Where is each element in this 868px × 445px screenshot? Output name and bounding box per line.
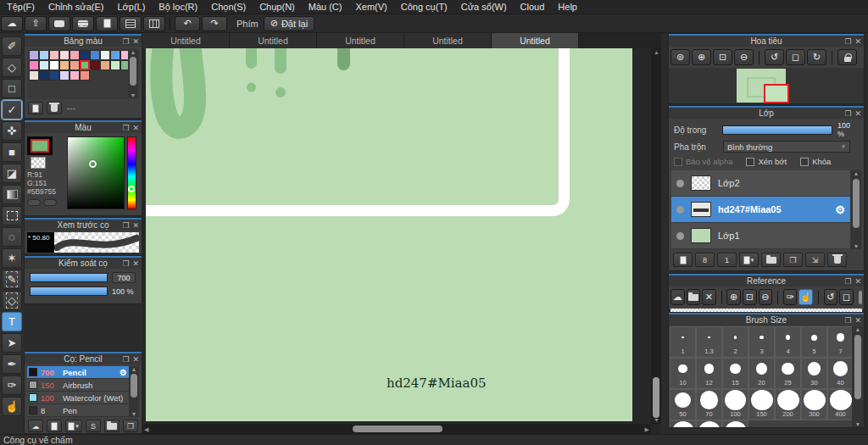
brush-size-cell[interactable]: 150 <box>748 389 775 420</box>
navigator-viewport-rect[interactable] <box>764 84 789 103</box>
scroll-right-icon[interactable]: ▶ <box>645 426 649 433</box>
brush-add-menu-button[interactable]: ▼ <box>65 420 82 432</box>
comment-button[interactable] <box>48 16 70 31</box>
color-swatch[interactable] <box>80 70 90 81</box>
brush-size-cell[interactable]: 15 <box>722 358 748 389</box>
brush-duplicate-button[interactable]: ❐ <box>123 420 138 432</box>
transparent-swatch[interactable] <box>31 157 46 169</box>
popup-icon[interactable]: ❐ <box>122 36 129 47</box>
document-tab-1[interactable]: Untitled <box>142 33 230 48</box>
move-tool[interactable]: ✜ <box>2 121 22 141</box>
delete-color-button[interactable] <box>47 102 62 114</box>
close-icon[interactable]: ✕ <box>132 354 139 365</box>
lock-checkbox[interactable] <box>800 158 809 166</box>
scroll-left-icon[interactable]: ◀ <box>144 426 148 433</box>
color-swatch[interactable] <box>90 50 100 60</box>
ref-eyedropper-button[interactable]: ✑ <box>783 289 798 305</box>
scroll-down-icon[interactable]: ▼ <box>851 243 861 249</box>
zoom-in-button[interactable]: ⊕ <box>692 49 711 65</box>
menu-item-12[interactable]: Help <box>551 2 584 12</box>
brush-size-cell[interactable]: 12 <box>696 358 722 389</box>
gear-icon[interactable]: ⚙ <box>120 368 127 377</box>
close-icon[interactable]: ✕ <box>132 123 139 134</box>
brush-row-watercolor[interactable]: 100 Watercolor (Wet) <box>27 392 129 404</box>
popup-icon[interactable]: ❐ <box>844 315 851 326</box>
brush-size-cell[interactable]: 70 <box>696 389 722 420</box>
scroll-up-icon[interactable]: ▲ <box>129 366 139 372</box>
brush-size-cell[interactable]: 10 <box>670 358 696 389</box>
close-icon[interactable]: ✕ <box>132 36 139 47</box>
fit-screen-button[interactable]: ⊡ <box>713 49 732 65</box>
brush-size-cell[interactable]: 3 <box>748 326 775 358</box>
gear-icon[interactable]: ⚙ <box>835 203 845 216</box>
color-swatch[interactable] <box>39 60 49 70</box>
color-swatch[interactable] <box>90 60 100 70</box>
eraser-tool[interactable]: ◇ <box>2 58 22 77</box>
add-1bit-layer-button[interactable]: 1 <box>717 253 737 267</box>
scroll-up-icon[interactable]: ▲ <box>654 49 659 55</box>
popup-icon[interactable]: ❐ <box>844 108 851 120</box>
popup-icon[interactable]: ❐ <box>122 123 129 134</box>
color-swatch[interactable] <box>80 60 90 70</box>
add-8bit-layer-button[interactable]: 8 <box>695 253 715 267</box>
material-panel-button[interactable] <box>143 16 165 31</box>
upload-button[interactable]: ⇧ <box>25 16 47 31</box>
shape-brush-tool[interactable]: □ <box>2 79 22 98</box>
document-tab-5[interactable]: Untitled <box>492 33 579 48</box>
layer-opacity-slider[interactable] <box>722 125 832 135</box>
brush-size-scrollbar[interactable]: ▲ ▼ <box>852 326 864 427</box>
brush-size-cell[interactable]: 7 <box>827 326 854 358</box>
close-icon[interactable]: ✕ <box>854 315 861 326</box>
color-swatch[interactable] <box>70 70 80 81</box>
add-layer-menu-button[interactable]: ▼ <box>739 253 759 267</box>
scroll-down-icon[interactable]: ▼ <box>129 411 139 417</box>
menu-item-4[interactable]: Bộ lọc(R) <box>152 2 204 12</box>
color-swatch[interactable] <box>100 60 110 70</box>
popup-icon[interactable]: ❐ <box>844 36 851 47</box>
bucket-tool[interactable]: ◪ <box>2 164 22 183</box>
fill-rect-tool[interactable]: ■ <box>2 142 22 162</box>
brush-size-value[interactable]: 700 <box>112 272 136 283</box>
brush-size-cell[interactable]: 1.3 <box>696 326 722 358</box>
brush-size-slider[interactable] <box>30 273 108 282</box>
brush-size-cell[interactable] <box>696 420 722 427</box>
canvas-vertical-scrollbar[interactable]: ▲ ▼ <box>651 48 661 424</box>
brush-size-cell[interactable]: 200 <box>775 389 801 420</box>
scroll-up-icon[interactable]: ▲ <box>128 49 138 55</box>
ref-clear-button[interactable]: ✕ <box>702 289 716 305</box>
ref-cloud-button[interactable]: ☁ <box>670 289 685 305</box>
palette-scrollbar[interactable]: ▲ ▼ <box>128 49 138 98</box>
add-layer-button[interactable] <box>673 253 693 267</box>
delete-layer-button[interactable] <box>827 253 847 267</box>
brush-size-cell[interactable]: 5 <box>801 326 827 358</box>
hue-bar[interactable] <box>127 136 136 209</box>
brush-folder-button[interactable] <box>104 420 120 432</box>
rotate-ccw-button[interactable]: ↺ <box>765 49 784 65</box>
ref-fit-button[interactable]: ⊡ <box>743 289 757 305</box>
scroll-up-icon[interactable]: ▲ <box>851 170 861 176</box>
brush-size-cell[interactable]: 100 <box>722 389 748 420</box>
brush-size-cell[interactable]: 20 <box>748 358 775 389</box>
menu-item-3[interactable]: Lớp(L) <box>110 2 152 12</box>
layer-visibility-dot[interactable] <box>676 206 684 214</box>
brush-row-pencil[interactable]: 700 Pencil ⚙ <box>27 366 129 379</box>
color-swatch[interactable] <box>29 70 39 81</box>
ref-hand-button[interactable]: ☝ <box>798 289 813 305</box>
color-mini-button-2[interactable] <box>43 199 57 206</box>
popup-icon[interactable]: ❐ <box>122 354 129 365</box>
menu-item-9[interactable]: Công cụ(T) <box>394 2 454 12</box>
scroll-down-icon[interactable]: ▼ <box>654 417 659 423</box>
lock-button[interactable] <box>837 49 857 65</box>
alpha-protect-checkbox[interactable] <box>674 158 682 166</box>
color-swatch[interactable] <box>59 60 70 70</box>
brush-size-cell[interactable]: 300 <box>801 389 827 420</box>
menu-item-5[interactable]: Chọn(S) <box>204 2 253 12</box>
ref-rotate-reset-button[interactable]: ◻ <box>839 289 854 305</box>
redo-button[interactable]: ↷ <box>202 16 227 31</box>
layer-row[interactable]: Lớp1 <box>671 223 850 249</box>
color-swatch[interactable] <box>59 50 70 60</box>
zoom-out-button[interactable]: ⊖ <box>734 49 754 65</box>
document-tab-3[interactable]: Untitled <box>317 33 404 48</box>
color-swatch[interactable] <box>70 60 80 70</box>
ref-zoom-out-button[interactable]: ⊖ <box>759 289 773 305</box>
